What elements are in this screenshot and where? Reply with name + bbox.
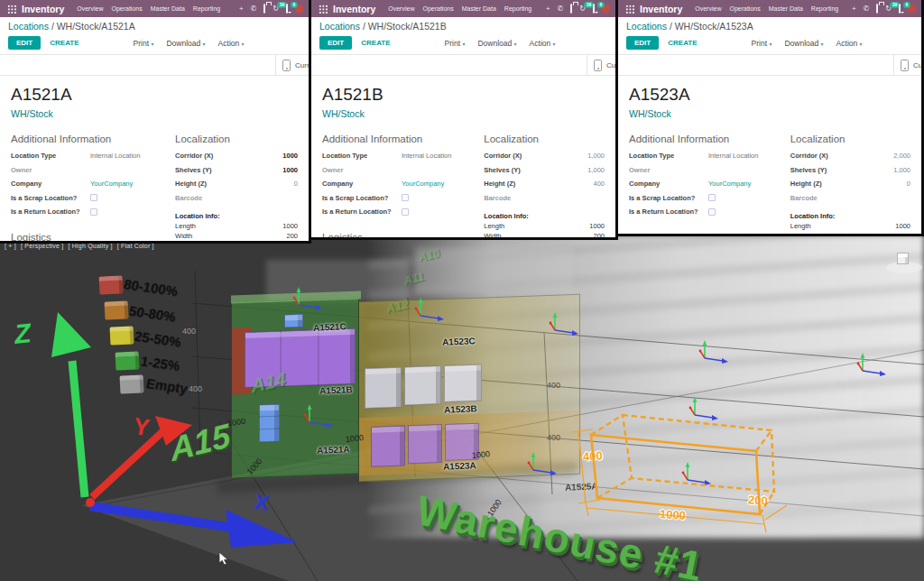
printer-icon[interactable] [570,5,572,13]
quality-toggle[interactable]: [ High Quality ] [69,243,113,249]
perspective-toggle[interactable]: [ Perspective ] [21,243,63,249]
selection-box[interactable] [571,415,787,532]
field-label: Height (Z) [175,180,207,188]
section-localization: Localization [790,134,910,144]
height-value: 400 [286,242,298,244]
menu-master-data[interactable]: Master Data [151,5,185,12]
activities-icon[interactable]: ↻39 [579,5,586,13]
company-link[interactable]: YourCompany [708,180,751,188]
activities-icon[interactable]: ↻39 [273,5,279,13]
scrap-checkbox[interactable] [402,194,409,201]
field-label: Is a Return Location? [11,208,90,216]
field-label: Length [790,221,811,232]
company-link[interactable]: YourCompany [402,180,444,188]
menu-operations[interactable]: Operations [422,5,453,12]
field-label: Height [175,242,195,244]
plus-icon[interactable]: + [239,5,244,13]
phone-icon[interactable]: ✆ [558,5,564,13]
parent-location-link[interactable]: WH/Stock [11,108,298,119]
breadcrumb-locations-link[interactable]: Locations [8,21,49,32]
scrap-checkbox[interactable] [708,194,716,201]
activities-icon[interactable]: ↻39 [885,5,892,13]
corridor-value: 1,000 [587,152,605,160]
add-window-button[interactable]: [ + ] [5,243,16,249]
print-dropdown[interactable]: Print ▾ [445,39,466,48]
location-info-block: Location Info: Length1000 Width200 Heigh… [790,212,910,237]
action-dropdown[interactable]: Action ▾ [530,39,556,48]
edit-button[interactable]: EDIT [319,36,352,50]
messages-icon[interactable]: 6 [899,5,901,13]
menu-reporting[interactable]: Reporting [504,5,531,12]
location-info-title: Location Info: [790,212,910,220]
menu-master-data[interactable]: Master Data [769,5,803,12]
phone-icon[interactable]: ✆ [864,5,870,13]
menu-master-data[interactable]: Master Data [462,5,496,12]
printer-icon[interactable] [263,5,265,13]
create-button[interactable]: CREATE [668,39,697,47]
height-z-value: 400 [593,180,605,188]
field-label: Is a Return Location? [629,208,708,216]
field-label: Company [11,180,90,188]
phone-icon[interactable]: ✆ [251,5,257,13]
apps-menu-icon[interactable] [319,5,328,14]
create-button[interactable]: CREATE [50,39,79,47]
app-name[interactable]: Inventory [22,4,64,14]
menu-overview[interactable]: Overview [388,5,414,12]
odoo-top-bar: Inventory Overview Operations Master Dat… [311,0,615,17]
field-label: Location Type [629,152,708,160]
company-link[interactable]: YourCompany [90,180,133,188]
field-label: Shelves (Y) [175,166,211,174]
return-checkbox[interactable] [90,208,97,216]
corridor-value: 2,000 [893,152,910,160]
parent-location-link[interactable]: WH/Stock [629,108,910,119]
field-label: Owner [11,166,90,174]
warehouse-3d-view[interactable]: A1521C A1521B A1521A A1523C A1523B A1523… [0,235,924,581]
current-stock-button[interactable]: Current Stock [587,55,618,75]
messages-icon[interactable]: 6 [593,5,595,13]
return-checkbox[interactable] [708,208,716,216]
smart-button-row: Current Stock [311,54,615,76]
download-dropdown[interactable]: Download ▾ [477,39,516,48]
menu-operations[interactable]: Operations [111,5,142,12]
print-dropdown[interactable]: Print ▾ [752,39,772,48]
breadcrumb: Locations / WH/Stock/A1523A [618,17,921,33]
scrap-checkbox[interactable] [90,194,97,201]
app-name[interactable]: Inventory [640,4,682,14]
action-dropdown[interactable]: Action ▾ [836,39,863,48]
print-dropdown[interactable]: Print ▾ [134,39,154,48]
menu-reporting[interactable]: Reporting [193,5,220,12]
page-title: A1523A [629,85,910,105]
apps-menu-icon[interactable] [625,5,634,14]
menu-operations[interactable]: Operations [729,5,760,12]
parent-location-link[interactable]: WH/Stock [322,108,605,119]
width-value: 200 [593,231,605,240]
download-dropdown[interactable]: Download ▾ [166,39,205,48]
page-title: A1521B [322,85,605,105]
menu-overview[interactable]: Overview [77,5,103,12]
breadcrumb-locations-link[interactable]: Locations [626,21,667,32]
messages-badge: 6 [597,2,605,8]
mouse-cursor [219,552,228,565]
create-button[interactable]: CREATE [361,39,390,47]
printer-icon[interactable] [876,5,878,13]
edit-button[interactable]: EDIT [8,36,41,50]
action-dropdown[interactable]: Action ▾ [218,39,245,48]
apps-menu-icon[interactable] [7,5,16,14]
return-checkbox[interactable] [402,208,409,216]
plus-icon[interactable]: + [852,5,856,13]
form-sheet: A1523A WH/Stock Additional Information L… [618,76,921,236]
edit-button[interactable]: EDIT [626,36,659,50]
menu-reporting[interactable]: Reporting [811,5,838,12]
menu-overview[interactable]: Overview [695,5,721,12]
current-stock-button[interactable]: Current Stock [893,55,924,75]
app-name[interactable]: Inventory [333,4,375,14]
shelves-value: 1,000 [893,166,910,174]
breadcrumb: Locations / WH/Stock/A1521B [311,17,615,33]
breadcrumb-locations-link[interactable]: Locations [319,21,360,32]
plus-icon[interactable]: + [546,5,550,13]
current-stock-button[interactable]: Current Stock [275,55,311,75]
download-dropdown[interactable]: Download ▾ [784,39,823,48]
messages-icon[interactable]: 6 [286,5,288,13]
flat-color-toggle[interactable]: [ Flat Color ] [117,243,154,249]
field-label: Is a Return Location? [322,208,402,216]
